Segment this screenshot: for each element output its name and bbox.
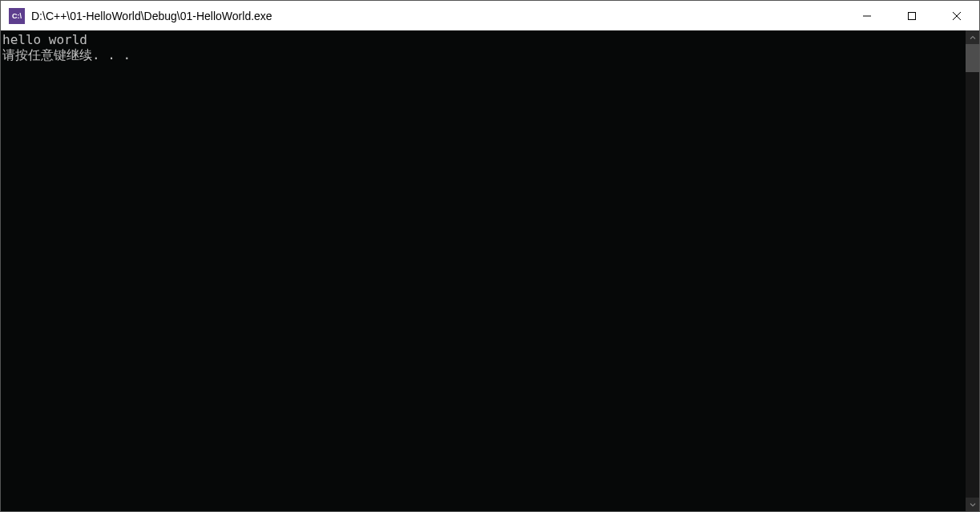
app-icon-text: C:\ [12,12,22,20]
scrollbar-down-button[interactable] [966,498,979,511]
chevron-down-icon [970,502,976,508]
maximize-button[interactable] [889,1,934,30]
vertical-scrollbar[interactable] [966,30,979,511]
console-window: C:\ D:\C++\01-HelloWorld\Debug\01-HelloW… [0,0,980,512]
scrollbar-track[interactable] [966,44,979,498]
terminal-line: 请按任意键继续. . . [2,47,966,62]
content-area: hello world请按任意键继续. . . [1,30,979,511]
chevron-up-icon [970,34,976,41]
scrollbar-thumb[interactable] [966,44,979,72]
app-icon: C:\ [9,8,25,24]
terminal-line: hello world [2,32,966,47]
titlebar[interactable]: C:\ D:\C++\01-HelloWorld\Debug\01-HelloW… [1,1,979,30]
svg-rect-1 [909,12,916,19]
window-title: D:\C++\01-HelloWorld\Debug\01-HelloWorld… [31,10,845,22]
close-button[interactable] [934,1,979,30]
minimize-button[interactable] [845,1,889,30]
window-controls [845,1,979,30]
minimize-icon [862,11,872,21]
scrollbar-up-button[interactable] [966,30,979,44]
terminal-output[interactable]: hello world请按任意键继续. . . [1,30,966,511]
close-icon [952,11,962,21]
maximize-icon [907,11,917,21]
